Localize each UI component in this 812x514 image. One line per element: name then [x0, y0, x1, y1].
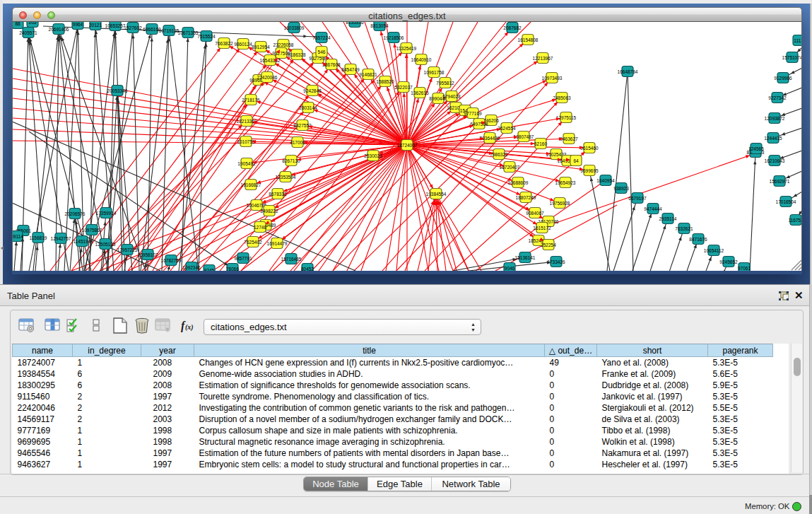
svg-text:16640910: 16640910 — [411, 57, 432, 62]
svg-text:9964: 9964 — [73, 22, 83, 27]
svg-text:1640954: 1640954 — [596, 178, 615, 183]
svg-text:16914479: 16914479 — [267, 241, 288, 246]
svg-text:9245: 9245 — [204, 268, 215, 271]
svg-text:10719135: 10719135 — [159, 28, 180, 33]
svg-text:8471676: 8471676 — [689, 237, 707, 242]
svg-text:546: 546 — [318, 49, 326, 54]
svg-text:5322037: 5322037 — [394, 85, 413, 90]
svg-text:1588520: 1588520 — [376, 79, 394, 84]
svg-text:417006: 417006 — [290, 140, 305, 145]
svg-text:20121: 20121 — [89, 23, 102, 28]
svg-text:8427552: 8427552 — [293, 123, 312, 128]
svg-text:15751074: 15751074 — [782, 55, 802, 60]
svg-text:18807249: 18807249 — [516, 195, 536, 200]
svg-text:1092346: 1092346 — [182, 265, 201, 270]
svg-text:9227342: 9227342 — [768, 95, 787, 100]
svg-text:15136141: 15136141 — [515, 255, 536, 260]
svg-text:39114: 39114 — [13, 234, 23, 239]
svg-text:6794028: 6794028 — [442, 94, 461, 99]
svg-text:88: 88 — [15, 22, 20, 26]
svg-text:19384554: 19384554 — [426, 192, 447, 197]
svg-text:10973493: 10973493 — [542, 76, 563, 81]
svg-text:124565: 124565 — [748, 146, 764, 151]
svg-text:19756928: 19756928 — [550, 201, 570, 206]
svg-text:8186328: 8186328 — [288, 52, 306, 57]
svg-text:2087682: 2087682 — [503, 25, 522, 30]
svg-text:9129966: 9129966 — [774, 76, 792, 81]
svg-text:6679197: 6679197 — [628, 196, 647, 201]
svg-text:9777169: 9777169 — [464, 111, 482, 116]
svg-text:1362615: 1362615 — [411, 90, 429, 95]
svg-text:116753: 116753 — [788, 218, 802, 223]
svg-text:16033809: 16033809 — [284, 25, 305, 30]
svg-text:10653257: 10653257 — [105, 23, 126, 28]
svg-text:10654112: 10654112 — [704, 248, 724, 253]
svg-text:3498222: 3498222 — [260, 209, 278, 214]
svg-text:(x): (x) — [185, 323, 194, 332]
svg-text:7955812: 7955812 — [436, 81, 454, 86]
svg-text:1112: 1112 — [794, 38, 802, 43]
svg-text:15716485: 15716485 — [281, 257, 302, 262]
svg-text:9857791: 9857791 — [234, 256, 252, 261]
svg-text:938923: 938923 — [613, 186, 629, 191]
svg-text:1615172: 1615172 — [533, 226, 551, 230]
svg-text:9699695: 9699695 — [580, 168, 599, 173]
svg-text:17957225: 17957225 — [117, 247, 138, 252]
svg-text:15692971: 15692971 — [770, 179, 790, 184]
svg-text:9084067: 9084067 — [526, 211, 544, 216]
svg-text:9463627: 9463627 — [560, 136, 578, 141]
svg-text:20206576: 20206576 — [65, 211, 86, 216]
svg-text:11325419: 11325419 — [396, 46, 417, 51]
svg-text:252254: 252254 — [541, 243, 556, 247]
svg-text:7663822: 7663822 — [215, 41, 233, 46]
svg-text:8678332: 8678332 — [269, 192, 287, 197]
svg-text:10688609: 10688609 — [508, 180, 529, 185]
svg-text:205: 205 — [29, 22, 37, 25]
svg-text:8135316: 8135316 — [346, 22, 364, 25]
svg-text:64: 64 — [573, 158, 579, 163]
svg-text:7515524: 7515524 — [197, 34, 216, 39]
svg-text:12093872: 12093872 — [765, 116, 785, 121]
svg-text:12942757: 12942757 — [51, 236, 71, 241]
svg-text:8912954: 8912954 — [252, 45, 270, 49]
svg-text:2935114: 2935114 — [659, 216, 677, 221]
svg-text:17359914: 17359914 — [96, 211, 117, 216]
svg-text:9242848: 9242848 — [303, 88, 322, 93]
svg-text:8813054: 8813054 — [370, 23, 389, 28]
svg-text:9860124: 9860124 — [234, 42, 252, 47]
svg-text:1527602: 1527602 — [124, 25, 142, 30]
svg-text:17016504: 17016504 — [776, 199, 796, 204]
svg-text:7632621: 7632621 — [675, 226, 693, 231]
svg-text:20691406: 20691406 — [49, 27, 69, 32]
svg-text:8454749: 8454749 — [341, 67, 360, 72]
svg-text:10961758: 10961758 — [424, 70, 445, 75]
svg-text:1145194: 1145194 — [73, 239, 91, 244]
svg-text:97061: 97061 — [738, 266, 751, 271]
svg-text:20053346: 20053346 — [107, 88, 128, 93]
svg-text:1905492: 1905492 — [237, 161, 256, 166]
svg-text:80452: 80452 — [301, 267, 314, 271]
svg-text:16782759: 16782759 — [161, 258, 182, 263]
svg-text:2803144: 2803144 — [299, 105, 317, 110]
svg-text:2405571: 2405571 — [19, 30, 37, 35]
svg-text:9474444: 9474444 — [644, 206, 662, 211]
svg-text:1156819: 1156819 — [30, 235, 47, 240]
svg-text:3624554: 3624554 — [498, 126, 516, 131]
svg-text:12748: 12748 — [254, 225, 266, 230]
svg-text:16154808: 16154808 — [518, 37, 539, 42]
svg-text:10975867: 10975867 — [82, 228, 102, 233]
svg-text:16210643: 16210643 — [765, 158, 785, 163]
svg-text:23226058: 23226058 — [273, 42, 294, 47]
svg-text:12213967: 12213967 — [533, 56, 553, 61]
svg-text:10807487: 10807487 — [514, 134, 534, 139]
svg-text:1733426: 1733426 — [547, 259, 565, 264]
svg-text:1244415: 1244415 — [764, 136, 782, 141]
svg-text:9046: 9046 — [505, 266, 515, 271]
svg-text:9245652: 9245652 — [719, 259, 738, 264]
svg-text:9146821: 9146821 — [359, 72, 377, 77]
svg-text:22420046: 22420046 — [257, 75, 278, 80]
svg-text:7625402: 7625402 — [244, 240, 262, 245]
svg-text:10958107: 10958107 — [138, 252, 158, 257]
svg-text:62160: 62160 — [534, 141, 547, 146]
svg-text:78066: 78066 — [226, 267, 239, 271]
